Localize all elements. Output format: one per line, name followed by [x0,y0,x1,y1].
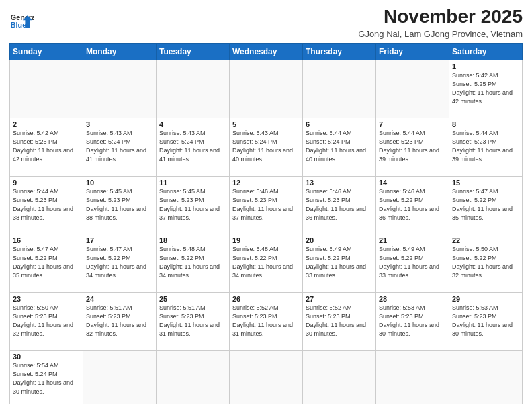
svg-text:Blue: Blue [11,21,26,29]
table-row: 2Sunrise: 5:42 AMSunset: 5:25 PMDaylight… [10,118,83,176]
table-row [449,350,523,404]
table-row: 19Sunrise: 5:48 AMSunset: 5:22 PMDayligh… [230,234,303,292]
main-title: November 2025 [358,7,523,28]
page: General Blue November 2025 GJong Nai, La… [0,0,532,411]
col-wednesday: Wednesday [230,43,303,60]
title-block: November 2025 GJong Nai, Lam GJong Provi… [358,7,523,39]
table-row: 28Sunrise: 5:53 AMSunset: 5:23 PMDayligh… [376,292,449,350]
table-row: 27Sunrise: 5:52 AMSunset: 5:23 PMDayligh… [303,292,376,350]
table-row: 21Sunrise: 5:49 AMSunset: 5:22 PMDayligh… [376,234,449,292]
table-row: 12Sunrise: 5:46 AMSunset: 5:23 PMDayligh… [230,176,303,234]
subtitle: GJong Nai, Lam GJong Province, Vietnam [358,29,523,39]
table-row [157,60,230,118]
col-monday: Monday [83,43,157,60]
table-row: 3Sunrise: 5:43 AMSunset: 5:24 PMDaylight… [83,118,157,176]
table-row [83,350,157,404]
table-row: 25Sunrise: 5:51 AMSunset: 5:23 PMDayligh… [157,292,230,350]
table-row: 7Sunrise: 5:44 AMSunset: 5:23 PMDaylight… [376,118,449,176]
table-row: 11Sunrise: 5:45 AMSunset: 5:23 PMDayligh… [157,176,230,234]
table-row [230,350,303,404]
table-row [376,350,449,404]
table-row: 30Sunrise: 5:54 AMSunset: 5:24 PMDayligh… [10,350,83,404]
table-row [230,60,303,118]
table-row: 26Sunrise: 5:52 AMSunset: 5:23 PMDayligh… [230,292,303,350]
calendar: Sunday Monday Tuesday Wednesday Thursday… [9,43,523,404]
table-row [83,60,157,118]
table-row: 5Sunrise: 5:43 AMSunset: 5:24 PMDaylight… [230,118,303,176]
table-row [10,60,83,118]
table-row: 18Sunrise: 5:48 AMSunset: 5:22 PMDayligh… [157,234,230,292]
col-saturday: Saturday [449,43,523,60]
table-row: 10Sunrise: 5:45 AMSunset: 5:23 PMDayligh… [83,176,157,234]
table-row: 23Sunrise: 5:50 AMSunset: 5:23 PMDayligh… [10,292,83,350]
table-row: 1Sunrise: 5:42 AMSunset: 5:25 PMDaylight… [449,60,523,118]
table-row: 22Sunrise: 5:50 AMSunset: 5:22 PMDayligh… [449,234,523,292]
table-row: 17Sunrise: 5:47 AMSunset: 5:22 PMDayligh… [83,234,157,292]
col-sunday: Sunday [10,43,83,60]
col-tuesday: Tuesday [157,43,230,60]
col-thursday: Thursday [303,43,376,60]
table-row: 9Sunrise: 5:44 AMSunset: 5:23 PMDaylight… [10,176,83,234]
table-row [376,60,449,118]
table-row: 20Sunrise: 5:49 AMSunset: 5:22 PMDayligh… [303,234,376,292]
table-row: 8Sunrise: 5:44 AMSunset: 5:23 PMDaylight… [449,118,523,176]
logo: General Blue [9,7,34,34]
table-row: 4Sunrise: 5:43 AMSunset: 5:24 PMDaylight… [157,118,230,176]
logo-icon: General Blue [9,9,34,34]
header: General Blue November 2025 GJong Nai, La… [9,7,523,39]
table-row: 16Sunrise: 5:47 AMSunset: 5:22 PMDayligh… [10,234,83,292]
table-row: 13Sunrise: 5:46 AMSunset: 5:23 PMDayligh… [303,176,376,234]
table-row: 29Sunrise: 5:53 AMSunset: 5:23 PMDayligh… [449,292,523,350]
table-row [157,350,230,404]
table-row: 6Sunrise: 5:44 AMSunset: 5:24 PMDaylight… [303,118,376,176]
table-row: 15Sunrise: 5:47 AMSunset: 5:22 PMDayligh… [449,176,523,234]
table-row: 24Sunrise: 5:51 AMSunset: 5:23 PMDayligh… [83,292,157,350]
table-row [303,60,376,118]
table-row [303,350,376,404]
col-friday: Friday [376,43,449,60]
table-row: 14Sunrise: 5:46 AMSunset: 5:22 PMDayligh… [376,176,449,234]
